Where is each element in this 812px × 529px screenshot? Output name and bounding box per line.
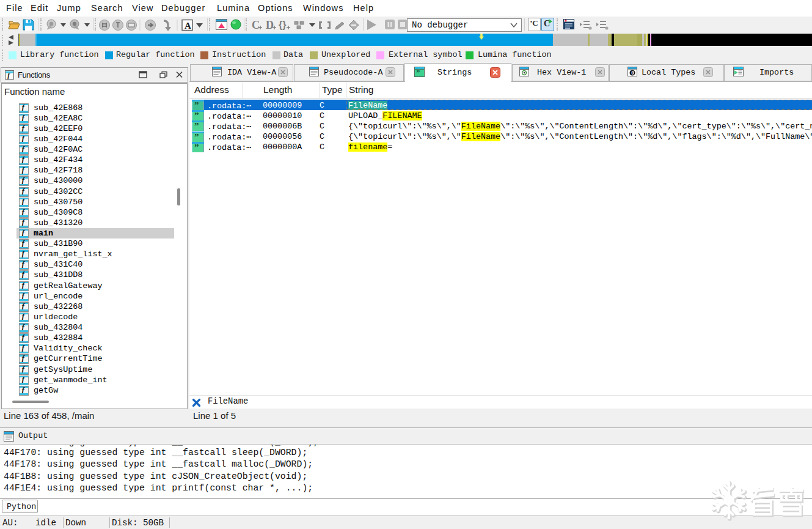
svg-text:{}: {} (279, 20, 286, 30)
svg-text:D: D (266, 19, 274, 31)
svg-text:0: 0 (631, 70, 634, 76)
svg-text:C: C (252, 19, 260, 31)
svg-text:”: ” (416, 68, 420, 77)
